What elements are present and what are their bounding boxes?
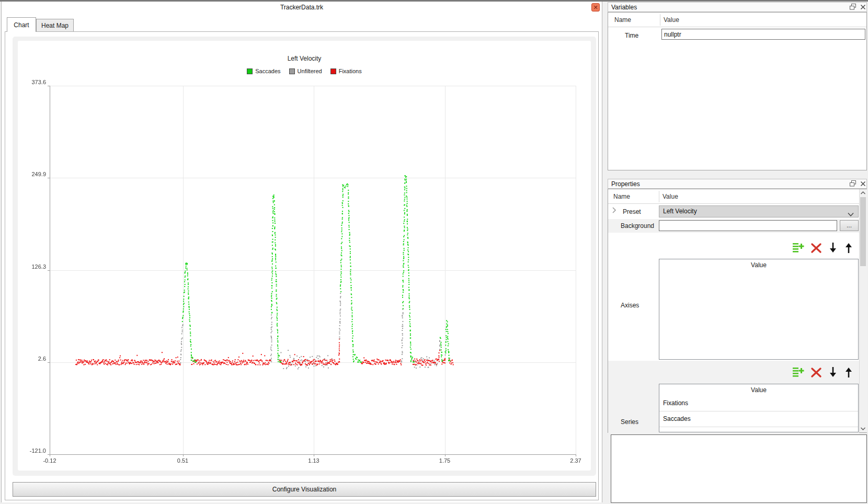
properties-header-divider xyxy=(659,191,659,202)
chart-area: Left Velocity Saccades Unfiltered Fixati… xyxy=(18,41,591,471)
close-dock-icon[interactable] xyxy=(860,4,866,10)
preset-combobox[interactable]: Left Velocity xyxy=(659,205,859,217)
chevron-down-icon xyxy=(848,210,854,220)
variables-col-value: Value xyxy=(664,16,679,24)
series-listbox[interactable]: Value Fixations Saccades xyxy=(659,384,859,432)
axises-list-header: Value xyxy=(659,259,858,271)
x-tick-label: -0.12 xyxy=(35,457,64,464)
properties-dock-title-bar[interactable]: Properties xyxy=(608,179,867,189)
properties-header-underline xyxy=(608,203,859,204)
variables-dock-title-bar[interactable]: Variables xyxy=(608,2,867,12)
move-axis-up-icon[interactable] xyxy=(842,242,856,255)
variables-dock: Variables Name Value Time xyxy=(608,2,867,170)
remove-series-icon[interactable] xyxy=(810,366,824,380)
series-item-fixations[interactable]: Fixations xyxy=(659,396,858,411)
scrollbar-thumb[interactable] xyxy=(860,197,866,266)
x-tick-label: 0.51 xyxy=(168,457,198,464)
preset-label: Preset xyxy=(623,208,641,215)
variable-name-time: Time xyxy=(625,32,638,39)
y-tick-label: 249.9 xyxy=(18,171,46,177)
y-tick-label: 373.6 xyxy=(18,79,46,85)
variables-dock-title: Variables xyxy=(611,4,637,11)
add-axis-icon[interactable] xyxy=(792,242,806,255)
scroll-down-icon[interactable] xyxy=(860,425,866,432)
tab-chart[interactable]: Chart xyxy=(7,17,36,32)
background-label: Background xyxy=(621,222,654,230)
properties-col-name: Name xyxy=(613,193,630,200)
close-dock-icon[interactable] xyxy=(860,180,866,187)
variables-table: Name Value Time xyxy=(608,12,867,170)
float-dock-icon[interactable] xyxy=(850,180,856,187)
y-tick-label: 126.3 xyxy=(18,264,46,270)
y-tick-label: -121.0 xyxy=(18,448,46,454)
properties-col-value: Value xyxy=(663,193,678,200)
variables-header-divider xyxy=(660,14,660,26)
chart-canvas[interactable] xyxy=(18,41,591,471)
series-item-saccades[interactable]: Saccades xyxy=(659,411,858,427)
series-label: Series xyxy=(621,418,638,426)
preset-expander-icon[interactable] xyxy=(612,207,616,215)
properties-dock-title: Properties xyxy=(611,180,640,188)
preset-value: Left Velocity xyxy=(663,208,697,215)
background-browse-button[interactable]: ... xyxy=(840,220,859,231)
properties-editor: Name Value Preset Left Velocity Backgrou… xyxy=(608,189,867,433)
tab-heatmap[interactable]: Heat Map xyxy=(36,19,74,32)
move-axis-down-icon[interactable] xyxy=(827,242,840,255)
x-tick-label: 1.13 xyxy=(299,457,328,464)
axises-label: Axises xyxy=(621,302,639,309)
add-series-icon[interactable] xyxy=(792,366,806,380)
document-title-bar[interactable]: TrackerData.trk ✕ xyxy=(2,2,602,13)
bottom-right-panel xyxy=(611,434,867,503)
series-list-header: Value xyxy=(659,384,858,396)
axises-listbox[interactable]: Value xyxy=(659,259,859,360)
x-tick-label: 2.37 xyxy=(561,457,590,464)
y-tick-label: 2.6 xyxy=(18,356,46,362)
move-series-up-icon[interactable] xyxy=(842,366,856,380)
document-title: TrackerData.trk xyxy=(2,4,602,11)
move-series-down-icon[interactable] xyxy=(827,366,840,380)
document-window: TrackerData.trk ✕ Chart Heat Map Left Ve… xyxy=(1,2,602,502)
scroll-up-icon[interactable] xyxy=(860,189,866,197)
properties-scrollbar[interactable] xyxy=(859,189,867,432)
x-tick-label: 1.75 xyxy=(430,457,460,464)
remove-axis-icon[interactable] xyxy=(810,242,824,255)
variables-col-name: Name xyxy=(614,16,631,24)
chart-card: Left Velocity Saccades Unfiltered Fixati… xyxy=(13,37,596,476)
time-value-input[interactable] xyxy=(661,29,865,40)
properties-dock: Properties Name Value Preset Left Veloci… xyxy=(608,179,867,433)
float-dock-icon[interactable] xyxy=(850,4,856,10)
configure-visualization-button[interactable]: Configure Visualization xyxy=(13,482,596,497)
chart-tab-content: Left Velocity Saccades Unfiltered Fixati… xyxy=(5,31,599,500)
background-input[interactable] xyxy=(659,220,837,231)
close-icon[interactable]: ✕ xyxy=(591,3,600,12)
variables-header-underline xyxy=(608,27,866,27)
